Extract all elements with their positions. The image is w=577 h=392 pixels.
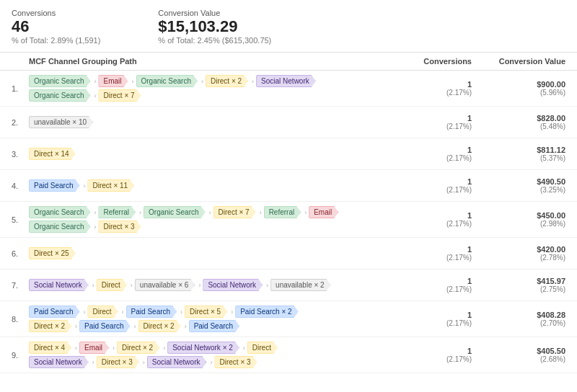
- arrow-icon: ›: [180, 308, 182, 316]
- path-line: Organic Search›Direct × 7: [29, 89, 400, 102]
- row-path: Direct × 14: [29, 148, 400, 160]
- path-line: Organic Search›Email›Organic Search›Dire…: [29, 75, 400, 87]
- path-line: Social Network›Direct × 3›Social Network…: [29, 356, 400, 368]
- row-value: $408.28(2.70%): [472, 311, 565, 327]
- arrow-icon: ›: [113, 344, 115, 352]
- channel-tag: Referral: [98, 206, 136, 218]
- channel-tag: Email: [79, 342, 109, 354]
- table-row: 6.Direct × 251(2.17%)$420.00(2.78%): [0, 238, 577, 270]
- conv-pct: (2.17%): [400, 89, 472, 97]
- conversions-value: 46: [12, 17, 100, 36]
- channel-tag: Social Network: [256, 75, 316, 87]
- col-path-header: MCF Channel Grouping Path: [29, 57, 400, 66]
- conv-value-label: Conversion Value: [158, 9, 271, 17]
- val-pct: (2.70%): [472, 319, 565, 327]
- arrow-icon: ›: [94, 209, 96, 216]
- channel-tag: unavailable × 6: [135, 279, 195, 291]
- table-row: 9.Direct × 4›Email›Direct × 2›Social Net…: [0, 337, 577, 373]
- arrow-icon: ›: [94, 78, 96, 85]
- conv-main: 1: [400, 114, 472, 122]
- channel-tag: Social Network: [203, 279, 263, 291]
- conv-main: 1: [400, 177, 472, 186]
- table-row: 3.Direct × 141(2.17%)$811.12(5.37%): [0, 138, 577, 170]
- arrow-icon: ›: [75, 323, 77, 330]
- channel-tag: Direct × 11: [87, 179, 134, 192]
- arrow-icon: ›: [260, 209, 262, 216]
- channel-tag: Paid Search: [29, 306, 79, 318]
- conv-main: 1: [400, 277, 472, 285]
- val-pct: (2.68%): [472, 355, 565, 363]
- val-pct: (2.98%): [472, 220, 565, 228]
- arrow-icon: ›: [83, 308, 85, 316]
- channel-tag: Direct × 3: [97, 356, 139, 368]
- row-conversions: 1(2.17%): [400, 114, 472, 130]
- channel-tag: Direct × 5: [185, 306, 227, 318]
- conv-value-summary: Conversion Value $15,103.29 % of Total: …: [158, 9, 271, 45]
- row-path: Social Network›Direct›unavailable × 6›So…: [29, 279, 400, 291]
- channel-tag: Paid Search: [29, 179, 79, 192]
- channel-tag: Organic Search: [144, 206, 205, 218]
- arrow-icon: ›: [94, 92, 96, 99]
- conv-main: 1: [400, 80, 472, 89]
- row-path: Direct × 25: [29, 247, 400, 259]
- channel-tag: Direct × 7: [213, 206, 256, 218]
- path-line: unavailable × 10: [29, 116, 400, 128]
- val-pct: (3.25%): [472, 186, 565, 194]
- row-value: $900.00(5.96%): [472, 80, 565, 97]
- arrow-icon: ›: [198, 282, 201, 289]
- table-body: 1.Organic Search›Email›Organic Search›Di…: [0, 71, 577, 380]
- row-number: 9.: [12, 351, 29, 360]
- arrow-icon: ›: [210, 359, 212, 366]
- table-row: 8.Paid Search›Direct›Paid Search›Direct …: [0, 301, 577, 337]
- channel-tag: Direct: [87, 306, 118, 318]
- channel-tag: Direct × 4: [29, 342, 71, 354]
- conv-value-value: $15,103.29: [158, 17, 271, 36]
- row-value: $828.00(5.48%): [472, 114, 565, 130]
- path-line: Direct × 2›Paid Search›Direct × 2›Paid S…: [29, 320, 400, 332]
- conv-pct: (2.17%): [400, 122, 472, 130]
- val-main: $420.00: [472, 245, 565, 254]
- channel-tag: Organic Search: [29, 206, 90, 218]
- conversions-sub: % of Total: 2.89% (1,591): [12, 36, 100, 45]
- row-conversions: 1(2.17%): [400, 245, 472, 262]
- conv-pct: (2.17%): [400, 254, 472, 262]
- arrow-icon: ›: [134, 323, 136, 330]
- channel-tag: Direct × 2: [206, 75, 248, 87]
- row-path: unavailable × 10: [29, 116, 400, 128]
- row-value: $415.97(2.75%): [472, 277, 565, 293]
- path-line: Paid Search›Direct›Paid Search›Direct × …: [29, 306, 400, 318]
- val-main: $405.50: [472, 347, 565, 355]
- row-number: 1.: [12, 84, 29, 93]
- arrow-icon: ›: [143, 359, 145, 366]
- row-path: Paid Search›Direct›Paid Search›Direct × …: [29, 306, 400, 332]
- table-row: 2.unavailable × 101(2.17%)$828.00(5.48%): [0, 107, 577, 138]
- summary-bar: Conversions 46 % of Total: 2.89% (1,591)…: [0, 0, 577, 53]
- channel-tag: Organic Search: [29, 89, 90, 102]
- channel-tag: Social Network: [147, 356, 207, 368]
- channel-tag: Paid Search: [189, 320, 239, 332]
- row-conversions: 1(2.17%): [400, 277, 472, 293]
- val-main: $490.50: [472, 177, 565, 186]
- channel-tag: Direct: [97, 279, 127, 291]
- channel-tag: Direct × 2: [29, 320, 71, 332]
- channel-tag: Email: [98, 75, 128, 87]
- channel-tag: Direct × 7: [98, 89, 141, 102]
- row-conversions: 1(2.17%): [400, 311, 472, 327]
- arrow-icon: ›: [201, 78, 203, 85]
- channel-tag: Organic Search: [29, 220, 90, 233]
- arrow-icon: ›: [163, 344, 165, 352]
- row-value: $405.50(2.68%): [472, 347, 565, 363]
- conv-pct: (2.17%): [400, 355, 472, 363]
- val-pct: (2.78%): [472, 254, 565, 262]
- arrow-icon: ›: [75, 344, 77, 352]
- conv-pct: (2.17%): [400, 220, 472, 228]
- conversions-label: Conversions: [12, 9, 100, 17]
- conv-main: 1: [400, 347, 472, 355]
- channel-tag: Direct × 14: [29, 148, 76, 160]
- arrow-icon: ›: [266, 282, 268, 289]
- table-row: 5.Organic Search›Referral›Organic Search…: [0, 202, 577, 238]
- val-main: $415.97: [472, 277, 565, 285]
- path-line: Direct × 4›Email›Direct × 2›Social Netwo…: [29, 342, 400, 354]
- path-line: Organic Search›Referral›Organic Search›D…: [29, 206, 400, 218]
- table-row: 4.Paid Search›Direct × 111(2.17%)$490.50…: [0, 170, 577, 202]
